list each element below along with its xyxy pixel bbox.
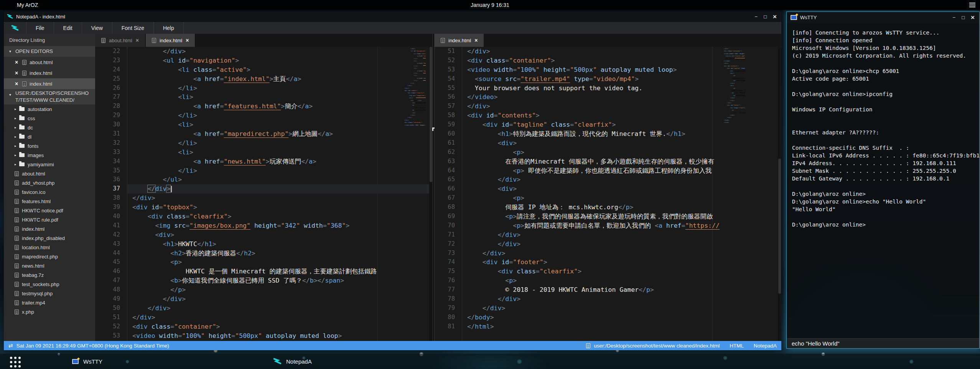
sidebar-file[interactable]: HKWTC rule.pdf (4, 215, 95, 224)
code-line[interactable]: </li> (128, 166, 433, 175)
menu-file[interactable]: File (26, 22, 54, 34)
code-line[interactable]: </div> (463, 230, 781, 240)
sidebar-folder[interactable]: ▸dc (4, 123, 95, 132)
code-line[interactable]: <div class="clearfix"> (463, 267, 781, 276)
code-line[interactable]: <div> (128, 230, 433, 240)
code-line[interactable]: <p>請注意，我們的伺服器為確保玩家及遊玩時的質素，我們對的服器開啟 (463, 212, 781, 221)
close-icon[interactable]: × (14, 70, 19, 76)
code-line[interactable]: <p> (463, 276, 781, 285)
taskbar-item-notepada[interactable]: NotepadA (273, 354, 312, 369)
editor-tab[interactable]: index.html× (435, 34, 484, 47)
hamburger-menu-icon[interactable] (969, 3, 975, 7)
code-line[interactable]: </div> (463, 240, 781, 249)
code-line[interactable]: <a href="mapredirect.php">網上地圖</a> (128, 129, 433, 139)
code-line[interactable]: <div id="topbox"> (128, 203, 433, 212)
open-editors-section[interactable]: ▾ OPEN EDITORS (4, 46, 95, 57)
menu-view[interactable]: View (82, 22, 112, 34)
tab-close-icon[interactable]: × (474, 37, 478, 43)
code-line[interactable]: © 2018 - 2019 HKWTC Animation Gamer</p> (463, 285, 781, 295)
sidebar-file[interactable]: test_sockets.php (4, 280, 95, 289)
taskbar-item-wstty[interactable]: WsTTY (72, 354, 102, 369)
open-editor-item[interactable]: ×about.html (4, 57, 95, 68)
code-line[interactable]: <div class="clearfix"> (128, 212, 433, 221)
wstty-titlebar[interactable]: WsTTY − □ × (787, 12, 979, 23)
close-icon[interactable]: × (773, 13, 777, 20)
code-line[interactable]: </li> (128, 84, 433, 93)
code-line[interactable]: </html> (463, 322, 781, 331)
sidebar-folder[interactable]: ▸autostation (4, 104, 95, 114)
sidebar-file[interactable]: index.html (4, 224, 95, 233)
close-icon[interactable]: × (14, 59, 19, 65)
code-line[interactable]: <li class="active"> (128, 65, 433, 74)
code-line[interactable]: <h1>HKWTC</h1> (128, 240, 433, 249)
code-line[interactable]: </div> (128, 295, 433, 304)
close-icon[interactable]: × (14, 81, 19, 87)
code-line[interactable]: <a href="news.html">玩家傳送門</a> (128, 157, 433, 166)
sidebar-file[interactable]: news.html (4, 261, 95, 270)
code-line[interactable]: </li> (128, 111, 433, 120)
scrollbar[interactable] (429, 47, 433, 341)
minimap[interactable]: </div> <ul id="navigation"> <li class="a… (404, 48, 426, 209)
code-line[interactable]: <p> (128, 258, 433, 267)
terminal-output[interactable]: [info] Conencting to arozos WsTTY servic… (787, 23, 979, 338)
sidebar-file[interactable]: location.html (4, 243, 95, 252)
minimize-icon[interactable]: − (953, 15, 956, 20)
sidebar-file[interactable]: trailer.mp4 (4, 298, 95, 307)
code-line[interactable]: </div> (463, 304, 781, 313)
code-editor[interactable]: </div> <ul id="navigation"> <li class="a… (128, 47, 433, 341)
code-line[interactable]: </ul> (128, 175, 433, 184)
code-line[interactable]: <img src="images/box.png" height="342" w… (128, 221, 433, 230)
code-line[interactable]: <ul id="navigation"> (128, 56, 433, 65)
sidebar-file[interactable]: x.php (4, 307, 95, 316)
sidebar-file[interactable]: features.html (4, 197, 95, 206)
code-line[interactable]: <a href="features.html">簡介</a> (128, 102, 433, 111)
tab-close-icon[interactable]: × (136, 37, 139, 43)
notepad-titlebar[interactable]: NotepadA - index.html − □ × (4, 12, 781, 22)
code-line[interactable]: </div> (128, 194, 433, 203)
sidebar-folder[interactable]: ▸css (4, 114, 95, 123)
sidebar-folder[interactable]: ▸images (4, 151, 95, 160)
code-line[interactable]: <div id="footer"> (463, 258, 781, 267)
code-line[interactable]: </div> (128, 304, 433, 313)
editor-tab[interactable]: about.html× (95, 34, 146, 47)
code-line[interactable]: <video width="100%" height="500px" autop… (128, 331, 433, 341)
open-editor-item[interactable]: ×index.html (4, 68, 95, 78)
sidebar-file[interactable]: about.html (4, 169, 95, 178)
tab-close-icon[interactable]: × (186, 37, 189, 43)
code-line[interactable]: </div> (128, 47, 433, 56)
sidebar-file[interactable]: HKWTC notice.pdf (4, 206, 95, 215)
code-line[interactable]: <h2>香港的建築伺服器</h2> (128, 249, 433, 258)
minimize-icon[interactable]: − (755, 14, 758, 19)
sidebar-file[interactable]: favicon.ico (4, 187, 95, 197)
sidebar-file[interactable]: testmysql.php (4, 289, 95, 298)
code-line[interactable]: <li> (128, 93, 433, 102)
code-line[interactable]: </li> (128, 139, 433, 148)
code-line[interactable]: <li> (128, 120, 433, 129)
workspace-section[interactable]: ▾ USER:/DESKTOP/SCREENSHOT/TEST/WWW CLEA… (4, 89, 95, 104)
open-editor-item[interactable]: ×index.html (4, 78, 95, 89)
sidebar-folder[interactable]: ▸yamiyamimi (4, 160, 95, 169)
maximize-icon[interactable]: □ (962, 15, 965, 20)
minimap[interactable]: </div><div class="container"><video widt… (724, 48, 745, 209)
code-line[interactable]: </div> (128, 184, 433, 194)
app-launcher-icon[interactable] (10, 357, 23, 367)
code-line[interactable]: </div> (463, 295, 781, 304)
code-line[interactable]: <b>你知道我們全線伺服器已轉用 SSD 了嗎？</b></span> (128, 276, 433, 285)
code-line[interactable]: </body> (463, 313, 781, 322)
menu-edit[interactable]: Edit (54, 22, 82, 34)
sidebar-folder[interactable]: ▸fonts (4, 141, 95, 151)
sidebar-file[interactable]: index.php_disabled (4, 233, 95, 243)
sidebar-file[interactable]: add_vhost.php (4, 178, 95, 187)
sidebar-file[interactable]: mapredirect.php (4, 252, 95, 261)
maximize-icon[interactable]: □ (764, 14, 767, 19)
close-icon[interactable]: × (971, 14, 975, 21)
sidebar-folder[interactable]: ▸dl (4, 132, 95, 141)
scrollbar[interactable] (778, 47, 781, 341)
terminal-command-input[interactable]: echo "Hello World" (787, 338, 979, 348)
menu-font-size[interactable]: Font Size (112, 22, 153, 34)
code-line[interactable]: </div> (463, 249, 781, 258)
code-line[interactable]: <p>如有問題或需要申請白名單，歡迎加入我們的 <a href="https:/… (463, 221, 781, 230)
menu-help[interactable]: Help (153, 22, 184, 34)
code-line[interactable]: </p> (128, 285, 433, 295)
code-line[interactable]: HKWTC 是一個 Minecraft 的建築伺服器，主要建築計劃包括鐵路 (128, 267, 433, 276)
